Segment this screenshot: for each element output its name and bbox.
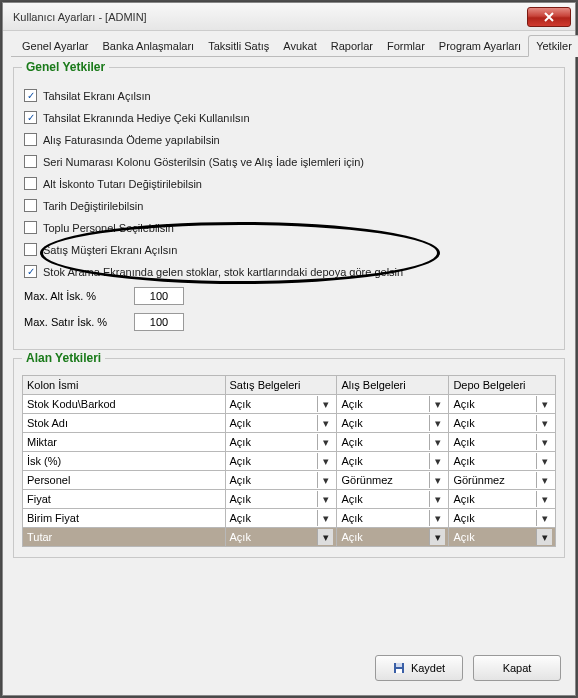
cell-value: Açık — [453, 512, 474, 524]
max-satir-isk-label: Max. Satır İsk. % — [24, 316, 124, 328]
cell-value: Görünmez — [341, 474, 392, 486]
chevron-down-icon[interactable]: ▾ — [536, 453, 552, 469]
chevron-down-icon[interactable]: ▾ — [536, 434, 552, 450]
check-label-6: Toplu Personel Seçilebilsin — [43, 222, 174, 234]
check-label-8: Stok Arama Ekranında gelen stoklar, stok… — [43, 266, 403, 278]
cell-name: Tutar — [27, 531, 52, 543]
checkbox-4[interactable] — [24, 177, 37, 190]
close-button[interactable] — [527, 7, 571, 27]
cell-value: Açık — [453, 531, 474, 543]
save-button[interactable]: Kaydet — [375, 655, 463, 681]
checkbox-8[interactable]: ✓ — [24, 265, 37, 278]
check-row-8: ✓Stok Arama Ekranında gelen stoklar, sto… — [24, 265, 554, 278]
cell-value: Açık — [453, 417, 474, 429]
check-label-1: Tahsilat Ekranında Hediye Çeki Kullanıls… — [43, 112, 250, 124]
check-row-5: Tarih Değiştirilebilsin — [24, 199, 554, 212]
tab-banka-anlaşmaları[interactable]: Banka Anlaşmaları — [95, 36, 201, 56]
tab-program-ayarları[interactable]: Program Ayarları — [432, 36, 528, 56]
cell-name: Stok Kodu\Barkod — [27, 398, 116, 410]
check-label-4: Alt İskonto Tutarı Değiştirilebilsin — [43, 178, 202, 190]
checkbox-0[interactable]: ✓ — [24, 89, 37, 102]
cell-value: Açık — [453, 398, 474, 410]
checkbox-2[interactable] — [24, 133, 37, 146]
window-title: Kullanıcı Ayarları - [ADMIN] — [13, 11, 527, 23]
chevron-down-icon[interactable]: ▾ — [317, 510, 333, 526]
chevron-down-icon[interactable]: ▾ — [317, 529, 333, 545]
chevron-down-icon[interactable]: ▾ — [317, 415, 333, 431]
chevron-down-icon[interactable]: ▾ — [317, 472, 333, 488]
cell-value: Açık — [453, 455, 474, 467]
tab-formlar[interactable]: Formlar — [380, 36, 432, 56]
chevron-down-icon[interactable]: ▾ — [536, 415, 552, 431]
group-title-alan: Alan Yetkileri — [22, 351, 105, 365]
table-row[interactable]: MiktarAçık▾Açık▾Açık▾ — [23, 433, 556, 452]
chevron-down-icon[interactable]: ▾ — [429, 396, 445, 412]
check-label-2: Alış Faturasında Ödeme yapılabilsin — [43, 134, 220, 146]
col-header[interactable]: Alış Belgeleri — [337, 376, 449, 395]
table-row[interactable]: FiyatAçık▾Açık▾Açık▾ — [23, 490, 556, 509]
chevron-down-icon[interactable]: ▾ — [536, 491, 552, 507]
alan-yetkileri-table[interactable]: Kolon İsmiSatış BelgeleriAlış BelgeleriD… — [22, 375, 556, 547]
cell-value: Açık — [341, 398, 362, 410]
chevron-down-icon[interactable]: ▾ — [317, 491, 333, 507]
close-icon — [544, 12, 554, 22]
chevron-down-icon[interactable]: ▾ — [429, 491, 445, 507]
checkbox-3[interactable] — [24, 155, 37, 168]
checkbox-6[interactable] — [24, 221, 37, 234]
check-label-0: Tahsilat Ekranı Açılsın — [43, 90, 151, 102]
cell-value: Açık — [230, 474, 251, 486]
cell-value: Açık — [230, 417, 251, 429]
check-label-3: Seri Numarası Kolonu Gösterilsin (Satış … — [43, 156, 364, 168]
tab-yetkiler[interactable]: Yetkiler — [528, 35, 578, 57]
cell-name: Birim Fiyat — [27, 512, 79, 524]
tab-genel-ayarlar[interactable]: Genel Ayarlar — [15, 36, 95, 56]
cell-value: Açık — [230, 512, 251, 524]
check-row-0: ✓Tahsilat Ekranı Açılsın — [24, 89, 554, 102]
tab-taksitli-satış[interactable]: Taksitli Satış — [201, 36, 276, 56]
cell-value: Açık — [341, 493, 362, 505]
chevron-down-icon[interactable]: ▾ — [429, 453, 445, 469]
table-row[interactable]: PersonelAçık▾Görünmez▾Görünmez▾ — [23, 471, 556, 490]
cell-name: Personel — [27, 474, 70, 486]
table-row[interactable]: Stok AdıAçık▾Açık▾Açık▾ — [23, 414, 556, 433]
col-header[interactable]: Satış Belgeleri — [225, 376, 337, 395]
cell-value: Açık — [341, 436, 362, 448]
chevron-down-icon[interactable]: ▾ — [536, 510, 552, 526]
cell-value: Açık — [230, 455, 251, 467]
svg-rect-1 — [396, 663, 402, 667]
table-row[interactable]: Stok Kodu\BarkodAçık▾Açık▾Açık▾ — [23, 395, 556, 414]
checkbox-1[interactable]: ✓ — [24, 111, 37, 124]
cell-value: Açık — [230, 531, 251, 543]
svg-rect-2 — [396, 669, 402, 673]
tab-raporlar[interactable]: Raporlar — [324, 36, 380, 56]
max-satir-isk-row: Max. Satır İsk. % — [24, 313, 554, 331]
max-alt-isk-input[interactable] — [134, 287, 184, 305]
check-row-6: Toplu Personel Seçilebilsin — [24, 221, 554, 234]
chevron-down-icon[interactable]: ▾ — [317, 434, 333, 450]
checkbox-5[interactable] — [24, 199, 37, 212]
chevron-down-icon[interactable]: ▾ — [317, 453, 333, 469]
chevron-down-icon[interactable]: ▾ — [429, 415, 445, 431]
chevron-down-icon[interactable]: ▾ — [429, 472, 445, 488]
chevron-down-icon[interactable]: ▾ — [429, 434, 445, 450]
max-alt-isk-row: Max. Alt İsk. % — [24, 287, 554, 305]
chevron-down-icon[interactable]: ▾ — [429, 510, 445, 526]
chevron-down-icon[interactable]: ▾ — [429, 529, 445, 545]
col-header[interactable]: Depo Belgeleri — [449, 376, 556, 395]
table-row[interactable]: Birim FiyatAçık▾Açık▾Açık▾ — [23, 509, 556, 528]
cell-value: Açık — [453, 493, 474, 505]
col-header[interactable]: Kolon İsmi — [23, 376, 226, 395]
cell-name: İsk (%) — [27, 455, 61, 467]
chevron-down-icon[interactable]: ▾ — [536, 472, 552, 488]
checkbox-7[interactable] — [24, 243, 37, 256]
chevron-down-icon[interactable]: ▾ — [317, 396, 333, 412]
cell-value: Açık — [230, 398, 251, 410]
max-satir-isk-input[interactable] — [134, 313, 184, 331]
table-row[interactable]: TutarAçık▾Açık▾Açık▾ — [23, 528, 556, 547]
check-row-4: Alt İskonto Tutarı Değiştirilebilsin — [24, 177, 554, 190]
table-row[interactable]: İsk (%)Açık▾Açık▾Açık▾ — [23, 452, 556, 471]
chevron-down-icon[interactable]: ▾ — [536, 396, 552, 412]
close-button-footer[interactable]: Kapat — [473, 655, 561, 681]
chevron-down-icon[interactable]: ▾ — [536, 529, 552, 545]
tab-avukat[interactable]: Avukat — [276, 36, 323, 56]
